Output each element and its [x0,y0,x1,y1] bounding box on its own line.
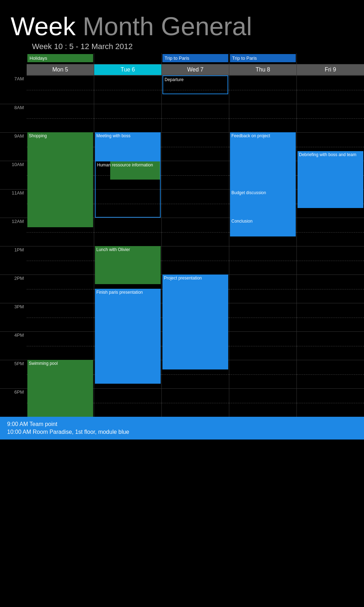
hour-cell-d3-h6 [229,246,296,275]
hour-cell-d4-h1 [297,104,364,132]
trip-badge-3[interactable]: Trip to Paris [230,54,296,62]
event-0[interactable]: Departure [162,75,228,94]
event-10[interactable]: Project presentation [162,275,228,369]
time-label-9: 4PM [0,331,27,360]
hour-cell-d2-h11 [162,388,229,417]
event-12[interactable]: Swimming pool [27,360,93,417]
time-label-2: 9AM [0,132,27,161]
hour-cell-d2-h3 [162,161,229,189]
event-11[interactable]: Finish paris presentation [95,289,161,384]
time-grid: 7AM8AM9AM10AM11AM12AM1PM2PM3PM4PM5PM6PM … [0,75,364,417]
hour-cell-d2-h2 [162,132,229,161]
day-header-1[interactable]: Tue 6 [94,64,162,75]
hour-cell-d1-h0 [94,75,161,104]
day-col-0: ShoppingSwimming pool [27,75,94,417]
allday-cell-4 [297,53,364,64]
top-nav: Week Month General [0,0,364,39]
hour-cell-d2-h1 [162,104,229,132]
event-6[interactable]: Debriefing with boss and team [298,151,363,208]
hour-cell-d4-h9 [297,331,364,360]
holiday-badge-0[interactable]: Holidays [27,54,93,62]
hour-cell-d4-h10 [297,360,364,388]
hour-cell-d1-h1 [94,104,161,132]
event-8[interactable]: Conclusion [230,218,296,236]
hour-cell-d4-h0 [297,75,364,104]
time-label-11: 6PM [0,388,27,417]
info-line-0: 9:00 AM Team point [7,420,357,428]
hour-cell-d0-h8 [27,303,94,331]
time-label-3: 10AM [0,161,27,189]
hour-cell-d3-h9 [229,331,296,360]
days-grid: ShoppingSwimming poolTeam pointMeeting w… [27,75,364,417]
time-label-0: 7AM [0,75,27,104]
allday-cell-3: Trip to Paris [229,53,297,64]
nav-general[interactable]: General [161,14,259,39]
time-label-10: 5PM [0,360,27,388]
day-header-2[interactable]: Wed 7 [162,64,229,75]
day-header-3[interactable]: Thu 8 [229,64,297,75]
day-col-4: Debriefing with boss and team [297,75,364,417]
hour-cell-d0-h1 [27,104,94,132]
hour-cell-d1-h5 [94,218,161,246]
hour-cell-d3-h1 [229,104,296,132]
hour-cell-d3-h8 [229,303,296,331]
hour-cell-d2-h5 [162,218,229,246]
allday-cell-0: Holidays [27,53,94,64]
hour-cell-d4-h7 [297,275,364,303]
week-label: Week 10 : 5 - 12 March 2012 [0,39,364,53]
hour-cell-d2-h4 [162,189,229,218]
time-label-5: 12AM [0,218,27,246]
day-col-1: Team pointMeeting with bossHuman ressour… [94,75,162,417]
info-panel: 9:00 AM Team point10:00 AM Room Paradise… [0,417,364,440]
day-header-row: Mon 5Tue 6Wed 7Thu 8Fri 9 [27,64,364,75]
hour-cell-d1-h11 [94,388,161,417]
allday-cell-2: Trip to Paris [162,53,229,64]
trip-badge-2[interactable]: Trip to Paris [162,54,228,62]
hour-cell-d0-h9 [27,331,94,360]
day-col-3: Feedback on projectBudget discussionConc… [229,75,297,417]
hour-cell-d2-h6 [162,246,229,275]
nav-week[interactable]: Week [11,14,83,39]
day-col-2: DepartureProject presentation [162,75,229,417]
hour-cell-d3-h0 [229,75,296,104]
time-label-4: 11AM [0,189,27,218]
hour-cell-d0-h6 [27,246,94,275]
event-3[interactable]: Meeting with boss [95,132,161,161]
event-5[interactable]: Human ressource information [95,161,161,218]
time-label-1: 8AM [0,104,27,132]
hour-cell-d4-h8 [297,303,364,331]
allday-cell-1 [94,53,162,64]
allday-row: HolidaysTrip to ParisTrip to Paris [27,53,364,64]
hour-cell-d3-h7 [229,275,296,303]
hour-cell-d4-h11 [297,388,364,417]
time-label-6: 1PM [0,246,27,275]
hour-cell-d4-h5 [297,218,364,246]
hour-cell-d4-h6 [297,246,364,275]
nav-month[interactable]: Month [83,14,161,39]
time-label-8: 3PM [0,303,27,331]
time-labels: 7AM8AM9AM10AM11AM12AM1PM2PM3PM4PM5PM6PM [0,75,27,417]
hour-cell-d3-h11 [229,388,296,417]
event-4[interactable]: Feedback on project [230,132,296,194]
hour-cell-d0-h0 [27,75,94,104]
day-header-4[interactable]: Fri 9 [297,64,364,75]
event-9[interactable]: Lunch with Olivier [95,246,161,284]
calendar: HolidaysTrip to ParisTrip to Paris Mon 5… [0,53,364,417]
hour-cell-d0-h7 [27,275,94,303]
event-1[interactable]: Shopping [27,132,93,227]
hour-cell-d3-h10 [229,360,296,388]
info-line-1: 10:00 AM Room Paradise, 1st floor, modul… [7,428,357,436]
time-label-7: 2PM [0,275,27,303]
day-header-0[interactable]: Mon 5 [27,64,94,75]
